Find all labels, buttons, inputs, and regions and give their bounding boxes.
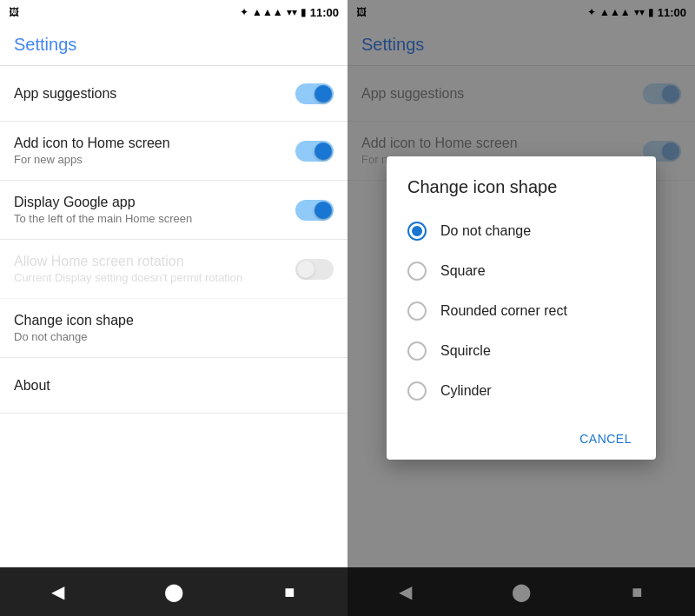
setting-display-google-subtitle: To the left of the main Home screen — [14, 212, 295, 225]
setting-allow-rotation-text: Allow Home screen rotation Current Displ… — [14, 254, 295, 284]
setting-add-icon-text: Add icon to Home screen For new apps — [14, 136, 295, 166]
status-bar-left-icons: 🖼 — [9, 6, 19, 18]
left-settings-list: App suggestions Add icon to Home screen … — [0, 66, 348, 567]
radio-do-not-change-inner — [412, 226, 422, 236]
dialog-actions: CANCEL — [387, 418, 656, 460]
left-header: Settings — [0, 24, 348, 66]
dialog-option-do-not-change-label: Do not change — [440, 223, 531, 239]
status-bar-right-icons: ✦ ▲▲▲ ▾▾ ▮ 11:00 — [240, 6, 339, 19]
setting-allow-rotation: Allow Home screen rotation Current Displ… — [0, 240, 348, 299]
toggle-allow-rotation — [295, 259, 334, 280]
setting-add-icon-subtitle: For new apps — [14, 153, 295, 166]
dialog-option-rounded-corner-rect-label: Rounded corner rect — [440, 303, 567, 319]
setting-change-icon-shape-title: Change icon shape — [14, 313, 334, 328]
bluetooth-icon: ✦ — [240, 6, 248, 18]
radio-cylinder[interactable] — [407, 381, 427, 401]
left-status-bar: 🖼 ✦ ▲▲▲ ▾▾ ▮ 11:00 — [0, 0, 348, 24]
toggle-app-suggestions[interactable] — [295, 83, 334, 104]
dialog-option-cylinder-label: Cylinder — [440, 383, 492, 399]
setting-add-icon-title: Add icon to Home screen — [14, 136, 295, 151]
dialog-option-squircle[interactable]: Squircle — [387, 331, 656, 371]
radio-rounded-corner-rect[interactable] — [407, 301, 427, 321]
setting-change-icon-shape-text: Change icon shape Do not change — [14, 313, 334, 343]
setting-app-suggestions[interactable]: App suggestions — [0, 66, 348, 122]
battery-icon: ▮ — [301, 6, 307, 18]
dialog-option-cylinder[interactable]: Cylinder — [387, 371, 656, 411]
left-bottom-nav: ◀ ⬤ ■ — [0, 567, 348, 616]
setting-allow-rotation-title: Allow Home screen rotation — [14, 254, 295, 269]
setting-about[interactable]: About — [0, 358, 348, 414]
toggle-add-icon[interactable] — [295, 141, 334, 162]
dialog-option-do-not-change[interactable]: Do not change — [387, 211, 656, 251]
setting-app-suggestions-text: App suggestions — [14, 86, 295, 102]
dialog-overlay: Change icon shape Do not change Square R… — [348, 0, 695, 616]
left-home-button[interactable]: ⬤ — [156, 574, 191, 609]
setting-add-icon[interactable]: Add icon to Home screen For new apps — [0, 122, 348, 181]
left-recent-icon: ■ — [284, 582, 295, 602]
setting-display-google-title: Display Google app — [14, 195, 295, 210]
wifi-icon: ▾▾ — [287, 6, 297, 18]
setting-display-google[interactable]: Display Google app To the left of the ma… — [0, 181, 348, 240]
gallery-icon: 🖼 — [9, 6, 19, 18]
setting-about-text: About — [14, 378, 334, 394]
left-recent-button[interactable]: ■ — [272, 574, 307, 609]
setting-about-title: About — [14, 378, 334, 394]
left-home-icon: ⬤ — [164, 581, 183, 602]
dialog-option-rounded-corner-rect[interactable]: Rounded corner rect — [387, 291, 656, 331]
right-panel: 🖼 ✦ ▲▲▲ ▾▾ ▮ 11:00 Settings App suggesti… — [348, 0, 695, 616]
setting-allow-rotation-subtitle: Current Display setting doesn't permit r… — [14, 271, 295, 284]
radio-squircle[interactable] — [407, 341, 427, 361]
setting-change-icon-shape-subtitle: Do not change — [14, 330, 334, 343]
left-back-button[interactable]: ◀ — [41, 574, 76, 609]
left-header-title: Settings — [14, 35, 76, 54]
dialog-option-squircle-label: Squircle — [440, 343, 491, 359]
left-panel: 🖼 ✦ ▲▲▲ ▾▾ ▮ 11:00 Settings App suggesti… — [0, 0, 348, 616]
toggle-display-google[interactable] — [295, 200, 334, 221]
dialog-option-square[interactable]: Square — [387, 251, 656, 291]
radio-square[interactable] — [407, 262, 427, 281]
left-back-icon: ◀ — [51, 581, 64, 602]
setting-app-suggestions-title: App suggestions — [14, 86, 295, 102]
setting-change-icon-shape[interactable]: Change icon shape Do not change — [0, 299, 348, 358]
dialog-option-square-label: Square — [440, 263, 486, 279]
signal-icon: ▲▲▲ — [252, 6, 283, 18]
setting-display-google-text: Display Google app To the left of the ma… — [14, 195, 295, 225]
change-icon-shape-dialog: Change icon shape Do not change Square R… — [387, 156, 656, 460]
radio-do-not-change[interactable] — [407, 222, 427, 241]
dialog-title: Change icon shape — [387, 177, 656, 211]
left-time: 11:00 — [310, 6, 339, 19]
dialog-cancel-button[interactable]: CANCEL — [569, 425, 642, 453]
